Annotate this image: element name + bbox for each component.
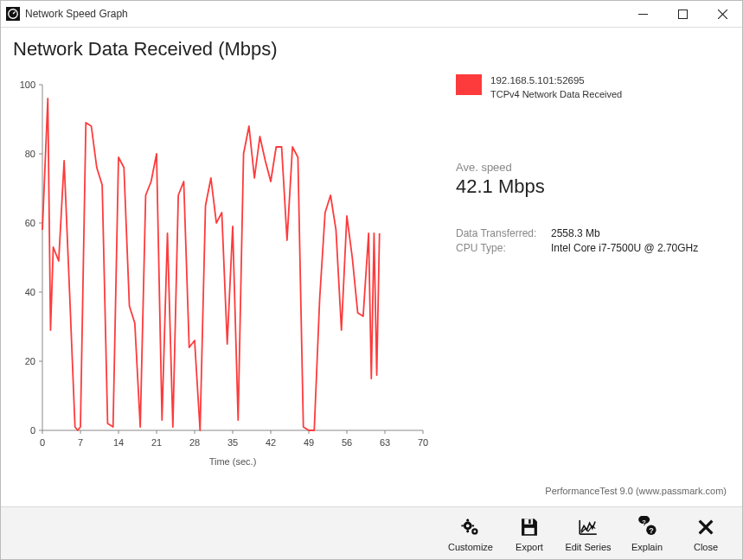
chart-plot: 020406080100 07142128354249566370 Time (… [8, 67, 440, 482]
save-icon [518, 514, 541, 540]
cpu-type-value: Intel Core i7-7500U @ 2.70GHz [551, 242, 733, 254]
svg-rect-48 [472, 525, 474, 526]
legend-swatch [456, 74, 482, 95]
export-button[interactable]: Export [500, 509, 559, 557]
svg-text:0: 0 [30, 425, 35, 436]
data-transferred-value: 2558.3 Mb [551, 227, 733, 239]
app-window: Network Speed Graph Network Data Receive… [0, 0, 743, 560]
customize-button[interactable]: Customize [441, 509, 500, 557]
svg-rect-56 [528, 519, 530, 524]
svg-text:56: 56 [342, 437, 352, 448]
chart-icon [577, 514, 599, 540]
svg-text:7: 7 [78, 437, 83, 448]
svg-line-1 [13, 11, 16, 14]
chart-title: Network Data Received (Mbps) [13, 38, 735, 60]
svg-text:60: 60 [25, 218, 35, 228]
svg-point-44 [466, 525, 470, 528]
avg-speed-value: 42.1 Mbps [456, 175, 733, 198]
svg-text:14: 14 [113, 437, 124, 448]
svg-text:35: 35 [227, 437, 238, 448]
close-window-button[interactable] [702, 1, 742, 27]
svg-text:20: 20 [25, 356, 35, 366]
svg-text:?: ? [649, 526, 653, 535]
maximize-button[interactable] [663, 1, 702, 27]
svg-text:Time (sec.): Time (sec.) [209, 456, 257, 467]
svg-text:49: 49 [304, 437, 314, 448]
app-icon [6, 7, 20, 21]
side-panel: 192.168.5.101:52695 TCPv4 Network Data R… [456, 74, 733, 254]
svg-text:40: 40 [25, 287, 35, 297]
svg-text:70: 70 [418, 437, 428, 448]
titlebar: Network Speed Graph [1, 1, 742, 28]
svg-rect-47 [461, 525, 463, 526]
customize-label: Customize [448, 542, 493, 552]
svg-text:42: 42 [266, 437, 276, 448]
svg-rect-3 [678, 10, 687, 18]
explain-icon: ?? [636, 514, 658, 540]
svg-text:28: 28 [189, 437, 200, 448]
toolbar: Customize Export Edit Series ?? Explain … [1, 506, 742, 559]
cpu-type-label: CPU Type: [456, 242, 551, 254]
svg-text:21: 21 [151, 437, 162, 448]
minimize-button[interactable] [623, 1, 663, 27]
content-area: Network Data Received (Mbps) 02040608010… [1, 28, 742, 506]
close-icon [695, 514, 717, 540]
footer-note: PerformanceTest 9.0 (www.passmark.com) [545, 486, 727, 496]
data-transferred-label: Data Transferred: [456, 227, 551, 239]
edit-series-button[interactable]: Edit Series [559, 509, 618, 557]
svg-text:0: 0 [40, 437, 45, 448]
svg-text:?: ? [642, 519, 646, 526]
close-label: Close [694, 542, 718, 552]
window-title: Network Speed Graph [25, 8, 128, 20]
avg-speed-label: Ave. speed [456, 161, 733, 174]
legend-line1: 192.168.5.101:52695 [490, 74, 622, 88]
legend-line2: TCPv4 Network Data Received [490, 88, 622, 101]
svg-text:63: 63 [380, 437, 390, 448]
explain-button[interactable]: ?? Explain [618, 509, 676, 557]
svg-rect-57 [524, 528, 534, 534]
edit-series-label: Edit Series [565, 542, 611, 552]
explain-label: Explain [631, 542, 663, 552]
export-label: Export [516, 542, 543, 552]
legend-entry: 192.168.5.101:52695 TCPv4 Network Data R… [456, 74, 733, 100]
close-button[interactable]: Close [676, 509, 735, 557]
svg-text:80: 80 [25, 149, 35, 159]
svg-point-54 [473, 530, 476, 532]
gears-icon [459, 514, 482, 540]
svg-text:100: 100 [20, 80, 35, 90]
